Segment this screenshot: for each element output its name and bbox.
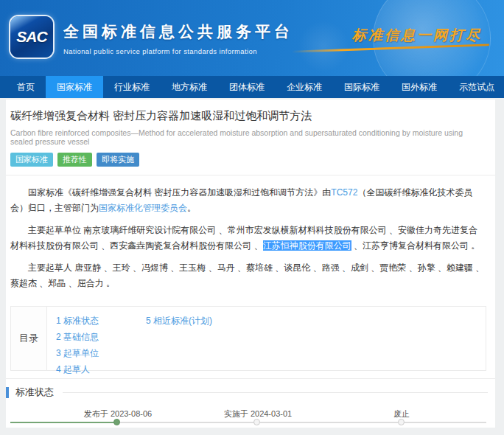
timeline-label-published: 发布于 2023-08-06 (84, 408, 152, 420)
affiliation-paragraph: 国家标准《碳纤维增强复合材料 密封压力容器加速吸湿和过饱和调节方法》由TC572… (10, 185, 485, 216)
drafters-paragraph: 主要起草人 唐亚静 、王玲 、冯煜博 、王玉梅 、马丹 、蔡培雄 、谈昆伦 、路… (10, 260, 485, 291)
toc-label: 目录 (11, 307, 47, 370)
page: SAC 全国标准信息公共服务平台 National public service… (0, 0, 504, 435)
toc-num: 3 (56, 348, 61, 358)
toc-column-1: 1 标准状态 2 基础信息 3 起草单位 4 起草人 (56, 313, 146, 370)
toc-text: 标准状态 (63, 316, 99, 326)
nav-item-international-standard[interactable]: 国际标准 (333, 76, 391, 98)
timeline-progress (10, 422, 117, 423)
toc-link-similar-standards[interactable]: 5 相近标准(计划) (146, 313, 212, 329)
divider (6, 378, 495, 379)
nav-item-group-standard[interactable]: 团体标准 (218, 76, 276, 98)
nav-item-pilot[interactable]: 示范试点 (448, 76, 504, 98)
toc-box: 目录 1 标准状态 2 基础信息 3 起草单位 4 起草人 5 相近标准(计划) (10, 306, 486, 371)
nav-item-enterprise-standard[interactable]: 企业标准 (276, 76, 333, 98)
sac-logo-text: SAC (16, 28, 46, 46)
timeline-label-implemented: 实施于 2024-03-01 (224, 408, 292, 420)
sac-logo[interactable]: SAC (10, 16, 53, 58)
drafting-units-after: 、江苏亨博复合材料有限公司 。 (351, 240, 480, 251)
nav-item-local-standard[interactable]: 地方标准 (161, 76, 218, 98)
divider (6, 175, 495, 175)
tc572-link[interactable]: TC572 (331, 187, 357, 198)
toc-num: 4 (56, 364, 61, 375)
status-section-head: 标准状态 (6, 386, 492, 399)
drafting-units-paragraph: 主要起草单位 南京玻璃纤维研究设计院有限公司 、常州市宏发纵横新材料科技股份有限… (10, 223, 485, 254)
toc-text: 起草单位 (63, 348, 99, 358)
toc-text: 起草人 (63, 364, 90, 375)
badge-national-standard: 国家标准 (10, 153, 53, 167)
status-timeline: 发布于 2023-08-06 实施于 2024-03-01 废止 (6, 408, 495, 435)
toc-link-drafters[interactable]: 4 起草人 (56, 361, 146, 377)
selected-text-highlight: 江苏恒神股份有限公司 (263, 240, 351, 251)
globe-glow-decoration (298, 21, 349, 72)
site-subtitle: National public service platform for sta… (63, 47, 293, 55)
toc-text: 相近标准(计划) (153, 316, 212, 326)
section-accent-bar (6, 387, 9, 398)
section-rule (63, 392, 488, 393)
site-title: 全国标准信息公共服务平台 (63, 21, 293, 42)
affiliation-text-after: 。 (187, 203, 196, 213)
toc-body: 1 标准状态 2 基础信息 3 起草单位 4 起草人 5 相近标准(计划) (47, 307, 486, 370)
nav-item-industry-standard[interactable]: 行业标准 (103, 76, 161, 98)
standard-title-zh: 碳纤维增强复合材料 密封压力容器加速吸湿和过饱和调节方法 (6, 100, 495, 123)
badge-upcoming: 即将实施 (97, 153, 139, 167)
nav-item-home[interactable]: 首页 (6, 76, 46, 98)
site-header: SAC 全国标准信息公共服务平台 National public service… (0, 0, 504, 76)
toc-column-2: 5 相近标准(计划) (146, 313, 212, 370)
toc-link-status[interactable]: 1 标准状态 (56, 313, 146, 329)
header-slogan: 标准信息一网打尽 (352, 26, 482, 45)
timeline-dot-published (113, 419, 120, 425)
badge-row: 国家标准 推荐性 即将实施 (6, 146, 495, 167)
affiliation-text-before: 国家标准《碳纤维增强复合材料 密封压力容器加速吸湿和过饱和调节方法》由 (28, 187, 331, 198)
standard-title-en: Carbon fibre reinforced composites—Metho… (6, 123, 495, 146)
toc-num: 1 (56, 316, 61, 326)
toc-num: 5 (146, 316, 151, 326)
toc-num: 2 (56, 332, 61, 342)
timeline-dot-abolished (398, 419, 405, 425)
toc-link-basic-info[interactable]: 2 基础信息 (56, 329, 146, 345)
toc-text: 基础信息 (63, 332, 99, 342)
timeline-label-abolished: 废止 (393, 408, 410, 420)
status-section-title: 标准状态 (15, 386, 54, 399)
site-title-block: 全国标准信息公共服务平台 National public service pla… (63, 21, 293, 55)
nav-item-national-standard[interactable]: 国家标准 (46, 76, 103, 98)
nav-item-foreign-standard[interactable]: 国外标准 (391, 76, 448, 98)
timeline-dot-implemented (253, 419, 260, 425)
badge-recommended: 推荐性 (57, 153, 92, 167)
main-nav: 首页 国家标准 行业标准 地方标准 团体标准 企业标准 国际标准 国外标准 示范… (0, 76, 504, 98)
content-panel: 碳纤维增强复合材料 密封压力容器加速吸湿和过饱和调节方法 Carbon fibr… (6, 100, 495, 428)
sac-department-link[interactable]: 国家标准化管理委员会 (99, 203, 187, 213)
toc-link-drafting-units[interactable]: 3 起草单位 (56, 345, 146, 361)
